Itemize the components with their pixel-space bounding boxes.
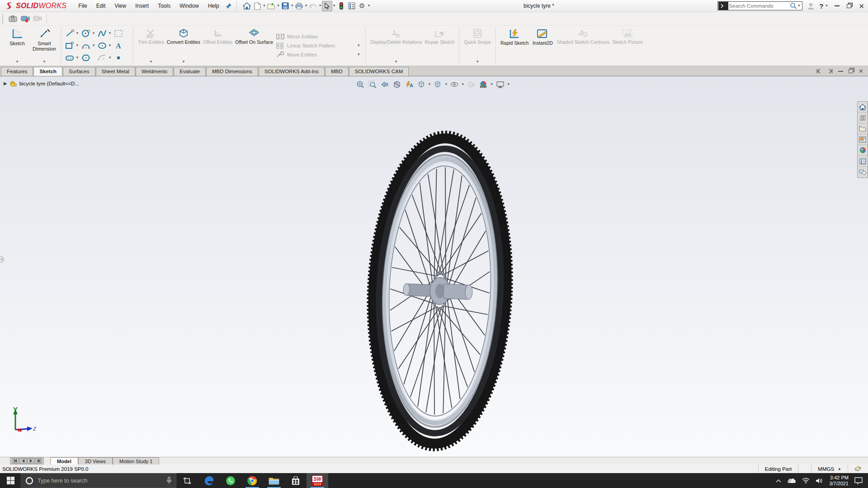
minimize-button[interactable] (835, 5, 840, 6)
spline-icon[interactable] (97, 29, 107, 38)
rapid-sketch-button[interactable]: Rapid Sketch (499, 26, 530, 66)
menu-view[interactable]: View (110, 0, 131, 11)
solidworks-taskbar-icon[interactable]: SW2019 (307, 473, 328, 488)
tag-icon[interactable] (848, 465, 868, 473)
convert-entities-button[interactable]: Convert Entities ▼ (165, 26, 202, 66)
record-video-icon[interactable] (20, 14, 30, 24)
user-account-icon[interactable] (807, 2, 815, 10)
doc-close-icon[interactable]: ✕ (859, 68, 863, 74)
arc-icon[interactable] (81, 41, 91, 50)
taskbar-search-box[interactable]: Type here to search (21, 473, 176, 488)
unit-system-selector[interactable]: MMGS▲ (811, 465, 848, 473)
doc-minimize-icon[interactable] (838, 71, 843, 72)
open-button[interactable] (266, 1, 277, 11)
hide-show-items-icon[interactable] (449, 79, 460, 89)
menu-window[interactable]: Window (175, 0, 203, 11)
sketch-button[interactable]: Sketch ▼ (4, 26, 31, 66)
search-commands-input[interactable] (729, 3, 790, 9)
smart-dimension-caret[interactable]: ▼ (42, 60, 46, 64)
pane-forward-icon[interactable] (827, 69, 833, 74)
view-orientation-caret[interactable]: ▼ (428, 83, 431, 86)
slot-icon[interactable] (65, 53, 75, 62)
smart-dimension-button[interactable]: Smart Dimension ▼ (31, 26, 58, 66)
slot-caret[interactable]: ▼ (75, 56, 79, 60)
dropdown-caret[interactable]: ▼ (290, 4, 294, 8)
circle-icon[interactable] (81, 29, 91, 38)
next-tab-icon[interactable] (27, 458, 34, 464)
tab-mbd[interactable]: MBD (325, 67, 349, 76)
wifi-icon[interactable] (802, 478, 810, 483)
search-scope-caret[interactable]: ▼ (797, 4, 801, 8)
design-library-icon[interactable] (858, 113, 868, 123)
dropdown-caret[interactable]: ▼ (332, 4, 336, 8)
tab-solidworks-add-ins[interactable]: SOLIDWORKS Add-Ins (259, 67, 325, 76)
spline-caret[interactable]: ▼ (108, 32, 112, 35)
rectangle-icon[interactable] (65, 41, 75, 50)
chrome-icon[interactable] (241, 473, 263, 488)
save-button[interactable] (280, 1, 290, 11)
menu-help[interactable]: Help (203, 0, 224, 11)
3d-views-tab[interactable]: 3D Views (78, 457, 113, 465)
convert-caret[interactable]: ▼ (182, 60, 185, 64)
taskbar-clock[interactable]: 3:42 PM 3/7/2021 (829, 475, 849, 486)
graphics-viewport[interactable]: ▶ bicycle tyre (Default<<D... A ▼ ▼ ▼ ▼ … (0, 76, 868, 457)
tree-expander-icon[interactable]: ▶ (4, 81, 7, 86)
menu-insert[interactable]: Insert (131, 0, 153, 11)
dropdown-caret[interactable]: ▼ (263, 4, 266, 8)
menu-edit[interactable]: Edit (92, 0, 110, 11)
screen-capture-icon[interactable] (8, 14, 18, 24)
search-commands-box[interactable]: ▼ (717, 1, 802, 10)
tab-solidworks-cam[interactable]: SOLIDWORKS CAM (349, 67, 409, 76)
appearances-scenes-icon[interactable] (858, 145, 868, 156)
line-icon[interactable] (65, 29, 75, 38)
tab-weldments[interactable]: Weldments (136, 67, 173, 76)
dropdown-caret[interactable]: ▼ (277, 4, 280, 8)
display-style-icon[interactable] (432, 79, 443, 89)
instant2d-button[interactable]: Instant2D (530, 26, 555, 66)
ellipse-caret[interactable]: ▼ (108, 44, 112, 47)
solidworks-resources-icon[interactable] (858, 102, 868, 113)
dynamic-annotation-views-icon[interactable]: A (403, 79, 415, 89)
sketch-fillet-icon[interactable] (97, 53, 107, 62)
file-explorer-icon[interactable] (263, 473, 285, 488)
view-settings-icon[interactable] (495, 79, 506, 89)
tab-sheet-metal[interactable]: Sheet Metal (96, 67, 135, 76)
view-orientation-icon[interactable] (415, 79, 427, 89)
prev-tab-icon[interactable] (19, 458, 27, 464)
pane-back-icon[interactable] (816, 69, 822, 74)
toolbar-drag-handle[interactable] (2, 14, 4, 24)
options-list-icon[interactable] (346, 1, 357, 11)
print-button[interactable] (294, 1, 304, 11)
doc-restore-icon[interactable] (849, 69, 853, 73)
rectangle-caret[interactable]: ▼ (75, 44, 79, 47)
hidden-icons-chevron[interactable] (776, 479, 781, 483)
tab-evaluate[interactable]: Evaluate (174, 67, 206, 76)
dropdown-caret[interactable]: ▼ (367, 4, 371, 8)
tab-surfaces[interactable]: Surfaces (63, 67, 95, 76)
menu-tools[interactable]: Tools (153, 0, 175, 11)
task-view-button[interactable] (176, 473, 198, 488)
custom-properties-icon[interactable] (858, 156, 868, 167)
sketch-caret[interactable]: ▼ (15, 60, 19, 64)
arc-caret[interactable]: ▼ (92, 44, 95, 47)
action-center-icon[interactable] (854, 477, 863, 484)
tab-features[interactable]: Features (1, 67, 33, 76)
restore-button[interactable] (847, 4, 851, 8)
view-palette-icon[interactable] (858, 134, 868, 145)
polygon-icon[interactable] (81, 53, 91, 62)
pin-menu-icon[interactable] (224, 1, 234, 11)
hide-show-caret[interactable]: ▼ (461, 83, 465, 86)
display-style-caret[interactable]: ▼ (444, 83, 448, 86)
previous-view-icon[interactable] (379, 79, 390, 89)
feature-manager-tree[interactable]: ▶ bicycle tyre (Default<<D... (4, 80, 79, 87)
help-caret[interactable]: ▼ (825, 4, 829, 8)
zoom-to-fit-icon[interactable] (354, 79, 366, 89)
point-icon[interactable] (113, 53, 123, 62)
bicycle-wheel-model[interactable] (0, 76, 868, 457)
first-tab-icon[interactable] (12, 458, 19, 464)
line-caret[interactable]: ▼ (75, 32, 79, 35)
apply-scene-caret[interactable]: ▼ (490, 83, 494, 86)
close-button[interactable]: ✕ (859, 3, 864, 9)
tab-mbd-dimensions[interactable]: MBD Dimensions (206, 67, 258, 76)
motion-study-tab[interactable]: Motion Study 1 (113, 457, 159, 465)
